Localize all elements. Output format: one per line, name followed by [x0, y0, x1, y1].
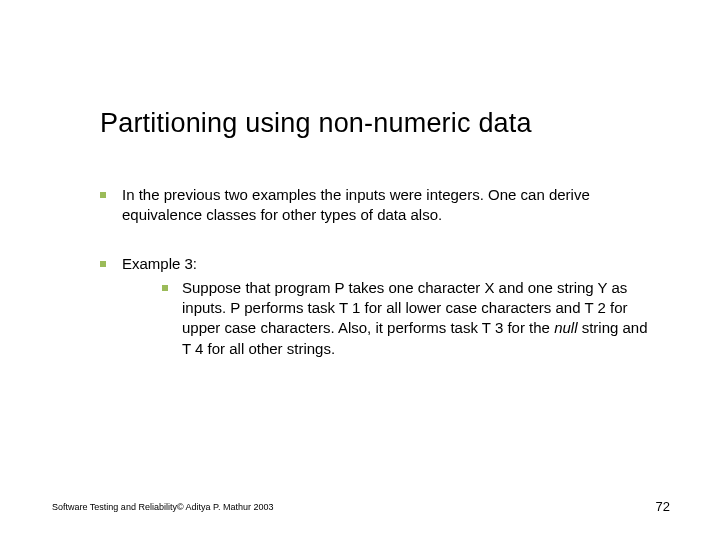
- bullet-square-icon: [162, 285, 168, 291]
- bullet-square-icon: [100, 261, 106, 267]
- sub-bullet-block: Suppose that program P takes one charact…: [162, 278, 660, 359]
- bullet-label: Example 3:: [122, 255, 197, 272]
- bullet-text: In the previous two examples the inputs …: [122, 185, 660, 226]
- bullet-item: Example 3: Suppose that program P takes …: [100, 254, 660, 359]
- bullet-item: In the previous two examples the inputs …: [100, 185, 660, 226]
- footer-copyright: Software Testing and Reliability© Aditya…: [52, 502, 273, 512]
- sub-text-em: null: [554, 319, 577, 336]
- bullet-text: Example 3: Suppose that program P takes …: [122, 254, 660, 359]
- slide: Partitioning using non-numeric data In t…: [0, 0, 720, 540]
- slide-title: Partitioning using non-numeric data: [100, 108, 532, 139]
- sub-bullet-text: Suppose that program P takes one charact…: [182, 278, 660, 359]
- bullet-square-icon: [100, 192, 106, 198]
- footer-page-number: 72: [656, 499, 670, 514]
- sub-bullet-item: Suppose that program P takes one charact…: [162, 278, 660, 359]
- slide-body: In the previous two examples the inputs …: [100, 185, 660, 387]
